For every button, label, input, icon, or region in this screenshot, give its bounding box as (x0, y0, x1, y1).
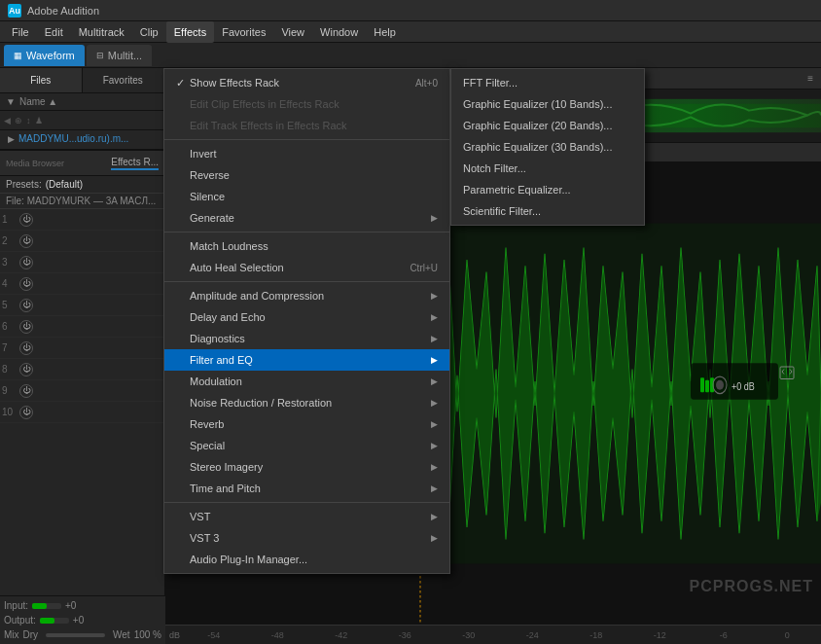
special-arrow: ▶ (431, 441, 438, 450)
power-btn-9[interactable]: ⏻ (19, 384, 33, 398)
effect-row-8: 8⏻ (0, 359, 164, 380)
effect-row-6: 6⏻ (0, 316, 164, 338)
file-item-label: MADDYMU...udio.ru).m... (18, 133, 128, 144)
check-show-effects: ✓ (176, 77, 190, 89)
tab-waveform[interactable]: ▦ Waveform (4, 45, 85, 66)
menu-item-noise-reduction[interactable]: Noise Reduction / Restoration ▶ (164, 392, 449, 413)
power-btn-3[interactable]: ⏻ (19, 256, 33, 269)
menubar: File Edit Multitrack Clip Effects Favori… (0, 21, 821, 43)
menu-item-time-pitch[interactable]: Time and Pitch ▶ (164, 478, 449, 499)
menu-item-reverse[interactable]: Reverse (164, 164, 449, 186)
menu-item-modulation[interactable]: Modulation ▶ (164, 371, 449, 392)
panel-tabs: Files Favorites (0, 68, 164, 93)
menu-edit[interactable]: Edit (37, 21, 71, 43)
menu-effects[interactable]: Effects (166, 21, 214, 43)
effect-row-2: 2⏻ (0, 231, 164, 252)
effect-row-1: 1⏻ (0, 209, 164, 231)
modulation-arrow: ▶ (431, 376, 438, 386)
svg-text:+0 dB: +0 dB (732, 380, 755, 392)
menu-item-invert[interactable]: Invert (164, 143, 449, 164)
menu-item-amplitude[interactable]: Amplitude and Compression ▶ (164, 285, 449, 306)
watermark: PCPROGS.NET (690, 578, 813, 595)
submenu-fft-filter[interactable]: FFT Filter... (451, 72, 644, 93)
presets-row: Presets: (Default) (0, 176, 164, 194)
db-label: dB (169, 630, 180, 640)
power-btn-10[interactable]: ⏻ (19, 406, 33, 419)
input-label: Input: (4, 600, 28, 611)
auto-heal-shortcut: Ctrl+U (410, 263, 438, 273)
menu-favorites[interactable]: Favorites (214, 21, 273, 43)
panel-tab-files[interactable]: Files (0, 68, 83, 92)
menu-item-audio-plugin-manager[interactable]: Audio Plug-In Manager... (164, 549, 449, 570)
amplitude-arrow: ▶ (431, 291, 438, 301)
power-btn-5[interactable]: ⏻ (19, 299, 33, 312)
power-btn-4[interactable]: ⏻ (19, 277, 33, 291)
submenu-graphic-eq-20[interactable]: Graphic Equalizer (20 Bands)... (451, 115, 644, 136)
menu-file[interactable]: File (4, 21, 37, 43)
presets-label: Presets: (6, 179, 42, 190)
menu-item-show-effects-rack[interactable]: ✓ Show Effects Rack Alt+0 (164, 72, 449, 93)
menu-view[interactable]: View (273, 21, 312, 43)
effect-row-10: 10⏻ (0, 402, 164, 423)
menu-item-silence[interactable]: Silence (164, 186, 449, 207)
effects-rack-section: Media Browser Effects R... Presets: (Def… (0, 149, 164, 423)
file-list-header: ▼ Name ▲ (0, 93, 164, 111)
tick--6: -6 (694, 630, 754, 640)
menu-multitrack[interactable]: Multitrack (71, 21, 132, 43)
presets-value: (Default) (46, 179, 83, 190)
bottom-bar: Input: +0 Output: +0 Mix Dry Wet 100 % (0, 595, 165, 644)
menu-item-edit-track-effects: Edit Track Effects in Effects Rack (164, 115, 449, 136)
menu-item-auto-heal[interactable]: Auto Heal Selection Ctrl+U (164, 257, 449, 278)
effect-row-7: 7⏻ (0, 338, 164, 359)
percent-label: 100 % (134, 629, 161, 640)
tab-waveform-label: Waveform (26, 50, 75, 61)
power-btn-6[interactable]: ⏻ (19, 320, 33, 334)
submenu-graphic-eq-30[interactable]: Graphic Equalizer (30 Bands)... (451, 136, 644, 158)
menu-item-delay-echo[interactable]: Delay and Echo ▶ (164, 306, 449, 328)
menu-item-generate[interactable]: Generate ▶ (164, 207, 449, 229)
submenu-parametric-eq[interactable]: Parametric Equalizer... (451, 179, 644, 200)
editor-menu-icon[interactable]: ≡ (807, 73, 813, 84)
diagnostics-arrow: ▶ (431, 334, 438, 343)
menu-item-diagnostics[interactable]: Diagnostics ▶ (164, 328, 449, 349)
svg-point-13 (716, 380, 724, 390)
effects-rack-tab-bar: Media Browser Effects R... (0, 151, 164, 176)
wet-label: Wet (113, 629, 130, 640)
effect-row-5: 5⏻ (0, 295, 164, 316)
menu-item-match-loudness[interactable]: Match Loudness (164, 235, 449, 257)
file-item[interactable]: ▶ MADDYMU...udio.ru).m... (0, 130, 164, 147)
vst3-arrow: ▶ (431, 533, 438, 543)
effects-file-label: File: MADDYMURK — 3A MACЛ... (0, 194, 164, 209)
app-icon: Au (8, 4, 21, 18)
delay-arrow: ▶ (431, 312, 438, 322)
menu-item-vst3[interactable]: VST 3 ▶ (164, 527, 449, 549)
effects-rack-tab[interactable]: Effects R... (111, 157, 159, 170)
power-btn-2[interactable]: ⏻ (19, 234, 33, 248)
power-btn-8[interactable]: ⏻ (19, 363, 33, 376)
menu-item-reverb[interactable]: Reverb ▶ (164, 413, 449, 435)
submenu-notch-filter[interactable]: Notch Filter... (451, 158, 644, 179)
tick--12: -12 (630, 630, 691, 640)
sep-2 (164, 232, 449, 233)
menu-clip[interactable]: Clip (132, 21, 166, 43)
power-btn-1[interactable]: ⏻ (19, 213, 33, 227)
effects-panel: 1⏻ 2⏻ 3⏻ 4⏻ 5⏻ 6⏻ 7⏻ 8⏻ 9⏻ 10⏻ (0, 209, 164, 423)
tick--54: -54 (184, 630, 244, 640)
tabbar: ▦ Waveform ⊟ Multit... (0, 43, 821, 68)
tab-multitrack[interactable]: ⊟ Multit... (87, 45, 152, 66)
menu-item-vst[interactable]: VST ▶ (164, 506, 449, 527)
menu-help[interactable]: Help (366, 21, 404, 43)
power-btn-7[interactable]: ⏻ (19, 341, 33, 355)
svg-rect-10 (705, 380, 709, 393)
panel-tab-favorites[interactable]: Favorites (83, 68, 165, 92)
output-label: Output: (4, 615, 36, 626)
menu-item-special[interactable]: Special ▶ (164, 435, 449, 456)
tick--48: -48 (248, 630, 308, 640)
menu-item-filter-eq[interactable]: Filter and EQ ▶ (164, 349, 449, 371)
menu-window[interactable]: Window (312, 21, 366, 43)
output-value: +0 (73, 615, 84, 626)
app-title: Adobe Audition (27, 5, 99, 17)
submenu-graphic-eq-10[interactable]: Graphic Equalizer (10 Bands)... (451, 93, 644, 115)
submenu-scientific-filter[interactable]: Scientific Filter... (451, 200, 644, 222)
menu-item-stereo-imagery[interactable]: Stereo Imagery ▶ (164, 456, 449, 478)
